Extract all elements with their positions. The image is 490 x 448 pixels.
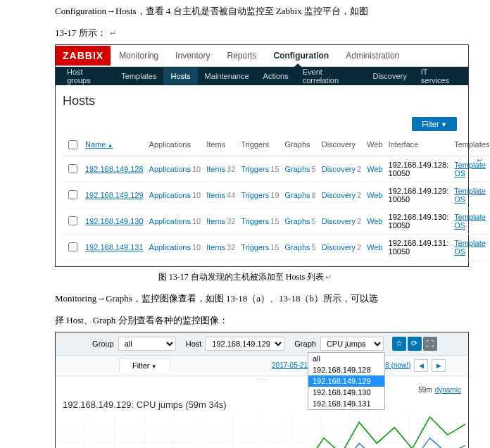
drag-handle[interactable]: :::: (56, 376, 468, 385)
apps-link[interactable]: Applications (149, 217, 191, 225)
host-name-link[interactable]: 192.168.149.130 (85, 217, 144, 225)
table-row: 192.168.149.129 Applications10 Items44 T… (63, 182, 490, 208)
chart-area (56, 414, 468, 448)
filter-button[interactable]: Filter (412, 117, 457, 131)
figure-13-18a: Group all Host 192.168.149.129 Graph CPU… (55, 332, 469, 448)
row-checkbox[interactable] (68, 190, 77, 199)
interface-cell: 192.168.149.129: 10050 (386, 182, 452, 208)
col-graphs[interactable]: Graphs (282, 134, 319, 156)
hosts-table: Name Applications Items Triggers Graphs … (63, 134, 490, 261)
web-link[interactable]: Web (367, 165, 382, 173)
graphs-link[interactable]: Graphs (285, 165, 310, 173)
filter-tab[interactable]: Filter (119, 358, 170, 373)
graphs-toolbar: Group all Host 192.168.149.129 Graph CPU… (56, 332, 468, 356)
fullscreen-icon[interactable]: ⛶ (423, 337, 437, 351)
discovery-link[interactable]: Discovery (322, 191, 356, 199)
discovery-link[interactable]: Discovery (322, 165, 356, 173)
table-row: 192.168.149.131 Applications10 Items32 T… (63, 234, 490, 260)
web-link[interactable]: Web (367, 217, 382, 225)
dropdown-item-selected[interactable]: 192.168.149.129 (308, 375, 384, 387)
items-link[interactable]: Items (206, 165, 225, 173)
host-select[interactable]: 192.168.149.129 (206, 337, 284, 351)
row-checkbox[interactable] (68, 216, 77, 225)
graphs-link[interactable]: Graphs (285, 243, 310, 251)
subnav-hosts[interactable]: Hosts (163, 68, 197, 85)
graph-label: Graph (294, 340, 316, 348)
figure-13-17: ZABBIX Monitoring Inventory Reports Conf… (55, 44, 469, 267)
dropdown-item[interactable]: 192.168.149.128 (308, 364, 384, 375)
apps-link[interactable]: Applications (149, 191, 191, 199)
items-link[interactable]: Items (206, 217, 225, 225)
time-next-button[interactable]: ▶ (432, 359, 446, 372)
interface-cell: 192.168.149.128: 10050 (386, 156, 452, 182)
col-items[interactable]: Items (203, 134, 238, 156)
subnav-hostgroups[interactable]: Host groups (60, 63, 114, 89)
web-link[interactable]: Web (367, 243, 382, 251)
discovery-link[interactable]: Discovery (322, 243, 356, 251)
template-link[interactable]: Template OS (454, 239, 486, 256)
subnav-itservices[interactable]: IT services (414, 63, 464, 89)
items-link[interactable]: Items (206, 191, 225, 199)
graphs-link[interactable]: Graphs (285, 191, 310, 199)
duration-row: 59mdynamic (56, 385, 468, 395)
template-link[interactable]: Template OS (454, 187, 486, 204)
select-all-checkbox[interactable] (68, 140, 77, 149)
return-icon: ↵ (477, 156, 483, 165)
host-label: Host (186, 340, 202, 348)
subnav-discovery[interactable]: Discovery (365, 68, 413, 85)
col-apps[interactable]: Applications (146, 134, 204, 156)
col-web[interactable]: Web (364, 134, 385, 156)
time-prev-button[interactable]: ◀ (414, 359, 428, 372)
zabbix-logo: ZABBIX (56, 46, 111, 66)
dynamic-link[interactable]: dynamic (435, 386, 461, 394)
refresh-icon[interactable]: ⟳ (408, 337, 422, 351)
graph-select[interactable]: CPU jumps (320, 337, 384, 351)
subnav-maintenance[interactable]: Maintenance (198, 68, 256, 85)
apps-link[interactable]: Applications (149, 165, 191, 173)
topnav-reports[interactable]: Reports (219, 45, 265, 66)
triggers-link[interactable]: Triggers (241, 191, 269, 199)
favorite-icon[interactable]: ☆ (392, 337, 406, 351)
graphs-link[interactable]: Graphs (285, 217, 310, 225)
items-link[interactable]: Items (206, 243, 225, 251)
subnav-eventcorr[interactable]: Event correlation (296, 63, 366, 89)
host-dropdown-open[interactable]: all 192.168.149.128 192.168.149.129 192.… (308, 352, 385, 410)
dropdown-item[interactable]: 192.168.149.130 (308, 387, 384, 398)
figure-caption-1: 图 13-17 自动发现的主机被添加至 Hosts 列表↵ (0, 271, 490, 283)
triggers-link[interactable]: Triggers (241, 165, 269, 173)
host-name-link[interactable]: 192.168.149.129 (85, 191, 144, 199)
dropdown-item[interactable]: all (308, 353, 384, 364)
col-discovery[interactable]: Discovery (319, 134, 364, 156)
dropdown-item[interactable]: 192.168.149.131 (308, 398, 384, 409)
table-row: 192.168.149.130 Applications10 Items32 T… (63, 208, 490, 234)
col-name[interactable]: Name (85, 140, 113, 149)
group-label: Group (92, 340, 114, 348)
apps-link[interactable]: Applications (149, 243, 191, 251)
interface-cell: 192.168.149.131: 10050 (386, 234, 452, 260)
topnav-inventory[interactable]: Inventory (167, 45, 218, 66)
host-name-link[interactable]: 192.168.149.128 (85, 165, 144, 173)
sub-nav: Host groups Templates Hosts Maintenance … (56, 67, 468, 85)
subnav-actions[interactable]: Actions (256, 68, 296, 85)
discovery-link[interactable]: Discovery (322, 217, 356, 225)
triggers-link[interactable]: Triggers (241, 217, 269, 225)
web-link[interactable]: Web (367, 191, 382, 199)
return-icon: ↵ (110, 29, 116, 37)
col-interface: Interface (386, 134, 452, 156)
doc-line-4: 择 Host、Graph 分别查看各种的监控图像： (55, 309, 490, 331)
topnav-monitoring[interactable]: Monitoring (111, 45, 167, 66)
table-row: 192.168.149.128 Applications10 Items32 T… (63, 156, 490, 182)
group-select[interactable]: all (118, 337, 176, 351)
host-name-link[interactable]: 192.168.149.131 (85, 243, 144, 251)
doc-line-2: 13-17 所示： ↵ (55, 22, 490, 44)
row-checkbox[interactable] (68, 164, 77, 173)
page-title: Hosts (63, 94, 461, 108)
interface-cell: 192.168.149.130: 10050 (386, 208, 452, 234)
topnav-configuration[interactable]: Configuration (265, 45, 338, 66)
col-triggers[interactable]: Triggers (238, 134, 282, 156)
subnav-templates[interactable]: Templates (114, 68, 163, 85)
row-checkbox[interactable] (68, 242, 77, 251)
triggers-link[interactable]: Triggers (241, 243, 269, 251)
template-link[interactable]: Template OS (454, 213, 486, 230)
col-templates: Templates (451, 134, 490, 156)
